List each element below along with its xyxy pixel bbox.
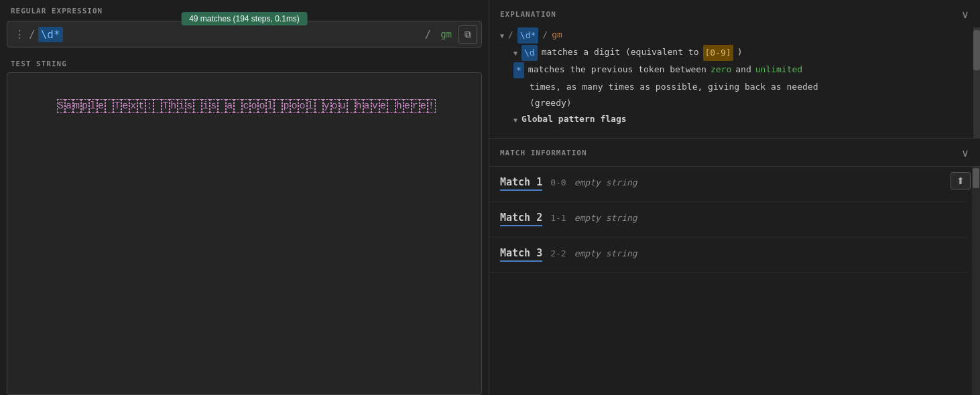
match-empty-2: empty string bbox=[574, 213, 637, 223]
match-char: e bbox=[97, 99, 105, 113]
match-char: e bbox=[420, 99, 428, 113]
match-char bbox=[274, 99, 282, 113]
match-char: i bbox=[178, 99, 186, 113]
match-item-2: Match 2 1-1 empty string bbox=[489, 202, 967, 238]
copy-button[interactable]: ⧉ bbox=[458, 25, 477, 44]
export-button-area: ⬆ bbox=[951, 172, 971, 189]
match-char: o bbox=[258, 99, 266, 113]
test-string-area[interactable]: Sample Text: This is a cool pool you hav… bbox=[7, 72, 482, 395]
exp-global-flags: Global pattern flags bbox=[522, 112, 627, 127]
match-char bbox=[154, 99, 162, 113]
triangle-icon-digit[interactable]: ▼ bbox=[513, 48, 517, 59]
exp-line-digit: ▼ \d matches a digit (equivalent to [0-9… bbox=[513, 45, 969, 61]
match-char: i bbox=[202, 99, 210, 113]
match-char: h bbox=[170, 99, 178, 113]
explanation-section: EXPLANATION ∨ ▼ / \d* / gm ▼ \d matches … bbox=[489, 0, 980, 139]
match-char: o bbox=[290, 99, 298, 113]
exp-line-flags: ▼ Global pattern flags bbox=[513, 112, 969, 127]
match-char: h bbox=[355, 99, 363, 113]
explanation-scrollbar-thumb bbox=[973, 30, 980, 70]
match-label-row-1: Match 1 0-0 empty string bbox=[500, 176, 956, 191]
match-char: e bbox=[379, 99, 387, 113]
match-scrollbar[interactable] bbox=[972, 167, 980, 395]
regex-input-area[interactable]: \d* bbox=[38, 27, 425, 42]
match-char: e bbox=[121, 99, 129, 113]
exp-bracket: [0-9] bbox=[703, 45, 733, 61]
triangle-icon-main[interactable]: ▼ bbox=[500, 30, 504, 42]
regex-bar: 49 matches (194 steps, 0.1ms) ⋮ / \d* / … bbox=[7, 21, 482, 48]
match-label-3: Match 3 bbox=[500, 247, 542, 262]
match-char: t bbox=[137, 99, 145, 113]
triangle-icon-flags[interactable]: ▼ bbox=[513, 114, 517, 126]
match-info-collapse-button[interactable]: ∨ bbox=[961, 147, 969, 159]
right-panel: EXPLANATION ∨ ▼ / \d* / gm ▼ \d matches … bbox=[489, 0, 980, 395]
match-char: l bbox=[266, 99, 274, 113]
match-char: a bbox=[226, 99, 234, 113]
match-char: r bbox=[412, 99, 420, 113]
regex-value[interactable]: \d* bbox=[38, 27, 63, 42]
exp-line-star: * matches the previous token between zer… bbox=[513, 62, 969, 78]
match-char: h bbox=[395, 99, 404, 113]
match-item-1: Match 1 0-0 empty string bbox=[489, 167, 967, 202]
regex-dots-icon[interactable]: ⋮ bbox=[7, 28, 29, 41]
exp-unlimited: unlimited bbox=[755, 62, 802, 77]
match-char: T bbox=[113, 99, 121, 113]
explanation-scrollbar[interactable] bbox=[973, 27, 980, 138]
exp-regex-main: \d* bbox=[517, 27, 538, 44]
left-panel: REGULAR EXPRESSION 49 matches (194 steps… bbox=[0, 0, 489, 395]
match-char: s bbox=[210, 99, 218, 113]
match-char: ! bbox=[428, 99, 436, 113]
match-char: s bbox=[186, 99, 194, 113]
match-position-1: 0-0 bbox=[550, 177, 566, 187]
exp-backslash-d: \d bbox=[522, 45, 538, 61]
match-empty-1: empty string bbox=[574, 177, 637, 187]
match-char: T bbox=[162, 99, 170, 113]
match-info-body: Match 1 0-0 empty string Match 2 1-1 emp… bbox=[489, 167, 980, 395]
match-char bbox=[315, 99, 323, 113]
match-char: l bbox=[89, 99, 97, 113]
match-char: e bbox=[404, 99, 412, 113]
match-char: o bbox=[250, 99, 258, 113]
exp-zero: zero bbox=[711, 62, 731, 77]
match-label-row-3: Match 3 2-2 empty string bbox=[500, 247, 956, 262]
match-char: c bbox=[242, 99, 250, 113]
match-label-1: Match 1 bbox=[500, 176, 542, 191]
match-info-header: MATCH INFORMATION ∨ bbox=[489, 139, 980, 167]
match-char: u bbox=[339, 99, 347, 113]
test-string-title: TEST STRING bbox=[0, 54, 489, 72]
match-char: a bbox=[363, 99, 371, 113]
match-char: v bbox=[371, 99, 379, 113]
exp-star: * bbox=[513, 62, 524, 78]
exp-line-greedy2: (greedy) bbox=[530, 96, 969, 110]
regex-slash-open: / bbox=[29, 28, 38, 41]
match-info-section: MATCH INFORMATION ∨ Match 1 0-0 empty st… bbox=[489, 139, 980, 395]
match-char bbox=[105, 99, 113, 113]
match-char: a bbox=[65, 99, 73, 113]
explanation-header: EXPLANATION ∨ bbox=[489, 0, 980, 27]
match-char: o bbox=[298, 99, 306, 113]
explanation-body: ▼ / \d* / gm ▼ \d matches a digit (equiv… bbox=[489, 27, 980, 138]
exp-line-greedy1: times, as many times as possible, giving… bbox=[530, 80, 969, 94]
match-info-title: MATCH INFORMATION bbox=[500, 149, 587, 157]
match-char: p bbox=[81, 99, 89, 113]
match-item-3: Match 3 2-2 empty string bbox=[489, 238, 967, 273]
match-char bbox=[347, 99, 355, 113]
match-char bbox=[387, 99, 395, 113]
match-char bbox=[234, 99, 242, 113]
explanation-collapse-button[interactable]: ∨ bbox=[961, 8, 969, 21]
export-button[interactable]: ⬆ bbox=[951, 172, 971, 189]
match-empty-3: empty string bbox=[574, 248, 637, 258]
match-char: : bbox=[145, 99, 154, 113]
match-position-2: 1-1 bbox=[550, 213, 566, 223]
match-char: y bbox=[323, 99, 331, 113]
match-char bbox=[218, 99, 226, 113]
regex-slash-close: / bbox=[425, 28, 434, 41]
exp-line-main: ▼ / \d* / gm bbox=[500, 27, 969, 44]
match-badge: 49 matches (194 steps, 0.1ms) bbox=[181, 12, 308, 25]
test-string-content: Sample Text: This is a cool pool you hav… bbox=[17, 82, 472, 131]
match-position-3: 2-2 bbox=[550, 248, 566, 258]
regex-flags[interactable]: gm bbox=[434, 29, 458, 40]
match-char: m bbox=[73, 99, 81, 113]
match-char: o bbox=[331, 99, 339, 113]
match-label-2: Match 2 bbox=[500, 212, 542, 226]
